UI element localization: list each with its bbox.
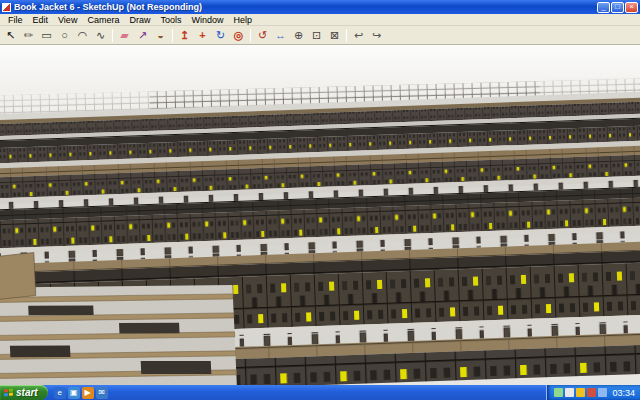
tray-icon-1[interactable] xyxy=(554,388,563,397)
internet-explorer-icon[interactable]: e xyxy=(54,387,66,399)
menu-camera[interactable]: Camera xyxy=(82,14,124,26)
push-pull-icon: ↥ xyxy=(180,30,189,41)
menu-edit[interactable]: Edit xyxy=(28,14,54,26)
paint-bucket-tool-button[interactable]: ◒ xyxy=(152,27,169,43)
windows-flag-icon xyxy=(4,389,13,397)
arc-tool-button[interactable]: ◠ xyxy=(74,27,91,43)
previous-view-icon: ↩ xyxy=(354,30,363,41)
email-icon[interactable]: ✉ xyxy=(96,387,108,399)
tape-measure-tool-button[interactable]: ↗ xyxy=(134,27,151,43)
freehand-icon: ∿ xyxy=(96,30,105,41)
menu-window[interactable]: Window xyxy=(186,14,228,26)
start-button[interactable]: start xyxy=(0,385,48,400)
toolbar-separator xyxy=(172,29,173,42)
orbit-icon: ↺ xyxy=(258,30,267,41)
line-tool-button[interactable]: ✏ xyxy=(20,27,37,43)
offset-icon: ◎ xyxy=(234,30,244,41)
close-button[interactable]: × xyxy=(625,2,638,13)
rotate-icon: ↻ xyxy=(216,30,225,41)
toolbar: ↖ ✏ ▭ ○ ◠ ∿ ▰ ↗ ◒ ↥ + ↻ ◎ ↺ ↔ ⊕ ⊡ ⊠ ↩ ↪ xyxy=(0,26,640,45)
menu-help[interactable]: Help xyxy=(228,14,257,26)
zoom-tool-button[interactable]: ⊕ xyxy=(290,27,307,43)
rectangle-icon: ▭ xyxy=(41,30,51,41)
menu-draw[interactable]: Draw xyxy=(124,14,155,26)
zoom-icon: ⊕ xyxy=(294,30,303,41)
orbit-tool-button[interactable]: ↺ xyxy=(254,27,271,43)
menu-file[interactable]: File xyxy=(3,14,28,26)
select-icon: ↖ xyxy=(6,30,15,41)
pan-tool-button[interactable]: ↔ xyxy=(272,27,289,43)
zoom-window-icon: ⊡ xyxy=(312,30,321,41)
zoom-extents-tool-button[interactable]: ⊠ xyxy=(326,27,343,43)
menu-bar: File Edit View Camera Draw Tools Window … xyxy=(0,14,640,26)
window-title: Book Jacket 6 - SketchUp (Not Responding… xyxy=(14,2,594,12)
move-icon: + xyxy=(199,30,205,41)
media-player-icon[interactable]: ▶ xyxy=(82,387,94,399)
quick-launch: e ▣ ▶ ✉ xyxy=(54,387,108,399)
toolbar-separator xyxy=(112,29,113,42)
show-desktop-icon[interactable]: ▣ xyxy=(68,387,80,399)
freehand-tool-button[interactable]: ∿ xyxy=(92,27,109,43)
circle-icon: ○ xyxy=(61,30,68,41)
pan-icon: ↔ xyxy=(275,30,286,41)
zoom-extents-icon: ⊠ xyxy=(330,30,339,41)
menu-tools[interactable]: Tools xyxy=(155,14,186,26)
circle-tool-button[interactable]: ○ xyxy=(56,27,73,43)
tray-icon-2[interactable] xyxy=(565,388,574,397)
toolbar-separator xyxy=(346,29,347,42)
rectangle-tool-button[interactable]: ▭ xyxy=(38,27,55,43)
viewport-3d-scene[interactable] xyxy=(0,45,640,385)
model-viewport[interactable] xyxy=(0,45,640,385)
maximize-button[interactable]: □ xyxy=(611,2,624,13)
pencil-icon: ✏ xyxy=(24,30,33,41)
sketchup-app-icon xyxy=(2,3,11,12)
start-label: start xyxy=(16,388,38,398)
taskbar-clock[interactable]: 03:34 xyxy=(612,388,635,398)
system-tray: 03:34 xyxy=(546,385,640,400)
next-view-icon: ↪ xyxy=(372,30,381,41)
sketchup-window: Book Jacket 6 - SketchUp (Not Responding… xyxy=(0,0,640,400)
tray-icon-4[interactable] xyxy=(587,388,596,397)
zoom-window-tool-button[interactable]: ⊡ xyxy=(308,27,325,43)
push-pull-tool-button[interactable]: ↥ xyxy=(176,27,193,43)
eraser-tool-button[interactable]: ▰ xyxy=(116,27,133,43)
rotate-tool-button[interactable]: ↻ xyxy=(212,27,229,43)
move-tool-button[interactable]: + xyxy=(194,27,211,43)
title-bar[interactable]: Book Jacket 6 - SketchUp (Not Responding… xyxy=(0,0,640,14)
arc-icon: ◠ xyxy=(78,30,88,41)
next-view-button[interactable]: ↪ xyxy=(368,27,385,43)
tray-icon-3[interactable] xyxy=(576,388,585,397)
eraser-icon: ▰ xyxy=(120,30,128,41)
minimize-button[interactable]: _ xyxy=(597,2,610,13)
menu-view[interactable]: View xyxy=(53,14,82,26)
previous-view-button[interactable]: ↩ xyxy=(350,27,367,43)
tape-measure-icon: ↗ xyxy=(138,30,147,41)
paint-bucket-icon: ◒ xyxy=(157,30,164,41)
offset-tool-button[interactable]: ◎ xyxy=(230,27,247,43)
select-tool-button[interactable]: ↖ xyxy=(2,27,19,43)
taskbar: start e ▣ ▶ ✉ 03:34 xyxy=(0,385,640,400)
tray-icon-5[interactable] xyxy=(598,388,607,397)
toolbar-separator xyxy=(250,29,251,42)
